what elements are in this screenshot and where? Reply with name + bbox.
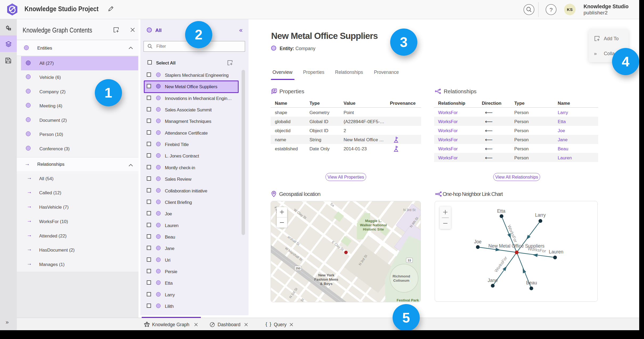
svg-text:Lauren: Lauren <box>549 249 564 255</box>
svg-text:Joe: Joe <box>474 239 482 244</box>
svg-text:N 3rd St: N 3rd St <box>403 208 415 212</box>
svg-text:Festival Park: Festival Park <box>397 298 419 302</box>
svg-text:Walker National: Walker National <box>360 223 387 227</box>
svg-text:Maggie L.: Maggie L. <box>365 219 382 223</box>
svg-text:& Boys: & Boys <box>320 282 333 286</box>
svg-text:Coliseum: Coliseum <box>393 279 410 282</box>
svg-text:Beau: Beau <box>526 280 537 285</box>
svg-text:?: ? <box>549 7 553 13</box>
svg-text:Fashion Mens: Fashion Mens <box>314 277 338 281</box>
svg-text:Richmond: Richmond <box>393 274 410 278</box>
svg-text:Jane: Jane <box>488 278 498 283</box>
svg-text:WorksFor: WorksFor <box>507 224 518 243</box>
svg-text:33: 33 <box>408 259 411 262</box>
svg-text:Etta: Etta <box>497 208 505 214</box>
svg-text:Larry: Larry <box>535 212 546 218</box>
svg-text:Historic Site: Historic Site <box>363 227 384 231</box>
svg-text:WorksFor: WorksFor <box>494 255 508 273</box>
svg-text:250: 250 <box>296 267 300 270</box>
svg-text:New York: New York <box>318 273 335 277</box>
